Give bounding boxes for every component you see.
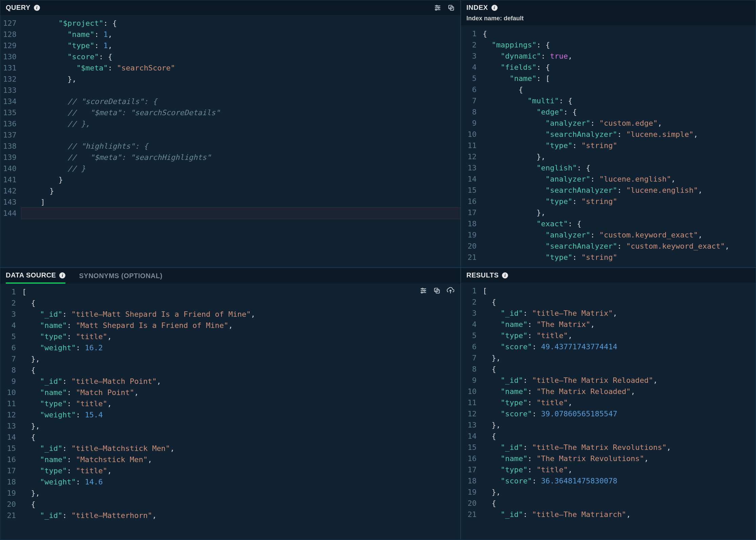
line-number: 132 bbox=[3, 74, 17, 85]
line-number: 18 bbox=[464, 218, 477, 229]
code-line[interactable]: "_id": "title—The Matrix", bbox=[481, 308, 756, 319]
code-line[interactable]: "type": "string" bbox=[481, 140, 756, 151]
code-line[interactable]: }, bbox=[481, 486, 756, 498]
code-line[interactable]: "weight": 15.4 bbox=[21, 409, 460, 420]
code-line[interactable]: "_id": "title—The Matrix Reloaded", bbox=[481, 375, 756, 386]
code-line[interactable]: // "highlights": { bbox=[21, 141, 460, 152]
code-line[interactable] bbox=[21, 129, 460, 141]
copy-icon[interactable] bbox=[447, 4, 455, 12]
code-line[interactable]: }, bbox=[21, 353, 460, 365]
code-line[interactable]: { bbox=[481, 28, 756, 39]
code-line[interactable]: "score": { bbox=[21, 51, 460, 62]
code-line[interactable]: { bbox=[481, 364, 756, 375]
code-line[interactable]: // "scoreDetails": { bbox=[21, 96, 460, 107]
code-line[interactable]: "fields": { bbox=[481, 62, 756, 73]
code-line[interactable]: "score": 36.36481475830078 bbox=[481, 475, 756, 486]
code-line[interactable]: "name": "The Matrix", bbox=[481, 319, 756, 330]
code-line[interactable]: "type": "title", bbox=[21, 465, 460, 476]
code-line[interactable]: { bbox=[481, 296, 756, 308]
code-line[interactable]: { bbox=[21, 499, 460, 510]
code-line[interactable]: { bbox=[481, 498, 756, 509]
code-line[interactable]: "name": 1, bbox=[21, 29, 460, 40]
code-line[interactable]: }, bbox=[21, 487, 460, 499]
info-icon[interactable]: i bbox=[491, 5, 498, 11]
code-line[interactable]: { bbox=[481, 84, 756, 95]
code-line[interactable]: "dynamic": true, bbox=[481, 50, 756, 62]
code-line[interactable]: // } bbox=[21, 163, 460, 174]
code-line[interactable]: { bbox=[21, 432, 460, 443]
code-line[interactable]: "mappings": { bbox=[481, 39, 756, 50]
code-line[interactable] bbox=[21, 85, 460, 96]
code-line[interactable]: "analyzer": "lucene.english", bbox=[481, 173, 756, 185]
info-icon[interactable]: i bbox=[502, 272, 508, 278]
code-line[interactable]: [ bbox=[481, 285, 756, 296]
code-line[interactable]: "_id": "title—Matchstick Men", bbox=[21, 443, 460, 454]
code-line[interactable]: "name": "Matchstick Men", bbox=[21, 454, 460, 465]
datasource-editor[interactable]: 123456789101112131415161718192021 [ { "_… bbox=[0, 284, 460, 540]
code-line[interactable]: "_id": "title—Match Point", bbox=[21, 376, 460, 387]
code-line[interactable]: { bbox=[21, 365, 460, 376]
code-line[interactable]: "type": "title", bbox=[481, 464, 756, 475]
code-line[interactable]: { bbox=[21, 297, 460, 309]
code-line[interactable] bbox=[21, 208, 460, 219]
code-line[interactable]: "_id": "title—Matterhorn", bbox=[21, 510, 460, 521]
code-line[interactable]: "type": "title", bbox=[481, 397, 756, 408]
code-line[interactable]: "_id": "title—The Matrix Revolutions", bbox=[481, 442, 756, 453]
code-line[interactable]: "english": { bbox=[481, 162, 756, 173]
line-number: 6 bbox=[464, 84, 477, 95]
sliders-icon[interactable] bbox=[434, 4, 441, 12]
code-line[interactable]: [ bbox=[21, 286, 460, 297]
code-line[interactable]: "type": "title", bbox=[481, 330, 756, 341]
code-line[interactable]: "weight": 16.2 bbox=[21, 342, 460, 353]
copy-icon[interactable] bbox=[433, 287, 441, 294]
code-line[interactable]: }, bbox=[481, 419, 756, 431]
code-line[interactable]: "searchAnalyzer": "lucene.english", bbox=[481, 185, 756, 196]
code-line[interactable]: "searchAnalyzer": "lucene.simple", bbox=[481, 129, 756, 140]
info-icon[interactable]: i bbox=[34, 5, 40, 11]
code-line[interactable]: "$project": { bbox=[21, 18, 460, 29]
code-line[interactable]: "type": "string" bbox=[481, 196, 756, 207]
code-line[interactable]: "_id": "title—Matt Shepard Is a Friend o… bbox=[21, 309, 460, 320]
code-line[interactable]: }, bbox=[21, 74, 460, 85]
code-line[interactable]: } bbox=[21, 174, 460, 185]
code-line[interactable]: "$meta": "searchScore" bbox=[21, 62, 460, 74]
code-line[interactable]: // }, bbox=[21, 118, 460, 129]
code-line[interactable]: // "$meta": "searchHighlights" bbox=[21, 152, 460, 163]
code-line[interactable]: "type": "title", bbox=[21, 331, 460, 342]
code-line[interactable]: "analyzer": "custom.keyword_exact", bbox=[481, 229, 756, 241]
code-line[interactable]: "type": 1, bbox=[21, 40, 460, 51]
upload-icon[interactable] bbox=[447, 287, 454, 294]
code-line[interactable]: "exact": { bbox=[481, 218, 756, 229]
results-viewer[interactable]: 123456789101112131415161718192021 [ { "_… bbox=[461, 283, 756, 540]
tab-synonyms[interactable]: SYNONYMS (OPTIONAL) bbox=[79, 271, 162, 284]
code-line[interactable]: "name": [ bbox=[481, 73, 756, 84]
code-line[interactable]: }, bbox=[481, 207, 756, 218]
code-line[interactable]: "name": "The Matrix Reloaded", bbox=[481, 386, 756, 397]
code-line[interactable]: "edge": { bbox=[481, 106, 756, 118]
code-line[interactable]: "score": 49.43771743774414 bbox=[481, 341, 756, 352]
info-icon[interactable]: i bbox=[59, 272, 65, 278]
code-line[interactable]: }, bbox=[481, 352, 756, 364]
code-line[interactable]: "weight": 14.6 bbox=[21, 476, 460, 487]
code-line[interactable]: }, bbox=[481, 151, 756, 162]
code-line[interactable]: "_id": "title—The Matriarch", bbox=[481, 509, 756, 520]
index-editor[interactable]: 123456789101112131415161718192021 { "map… bbox=[461, 25, 756, 267]
code-line[interactable]: "name": "The Matrix Revolutions", bbox=[481, 453, 756, 464]
code-line[interactable]: { bbox=[481, 431, 756, 442]
code-line[interactable]: "type": "string" bbox=[481, 252, 756, 263]
code-line[interactable]: "multi": { bbox=[481, 95, 756, 106]
code-line[interactable]: "name": "Matt Shepard Is a Friend of Min… bbox=[21, 320, 460, 331]
sliders-icon[interactable] bbox=[420, 287, 427, 294]
line-number: 140 bbox=[3, 163, 17, 174]
code-line[interactable]: // "$meta": "searchScoreDetails" bbox=[21, 107, 460, 118]
code-line[interactable]: }, bbox=[21, 420, 460, 432]
code-line[interactable]: "analyzer": "custom.edge", bbox=[481, 118, 756, 129]
code-line[interactable]: "score": 39.07860565185547 bbox=[481, 408, 756, 419]
code-line[interactable]: "searchAnalyzer": "custom.keyword_exact"… bbox=[481, 241, 756, 252]
code-line[interactable]: } bbox=[21, 185, 460, 196]
code-line[interactable]: "type": "title", bbox=[21, 398, 460, 409]
code-line[interactable]: "name": "Match Point", bbox=[21, 387, 460, 398]
query-editor[interactable]: 1271281291301311321331341351361371381391… bbox=[0, 15, 460, 267]
tab-datasource[interactable]: DATA SOURCE i bbox=[6, 271, 65, 284]
code-line[interactable]: ] bbox=[21, 196, 460, 208]
